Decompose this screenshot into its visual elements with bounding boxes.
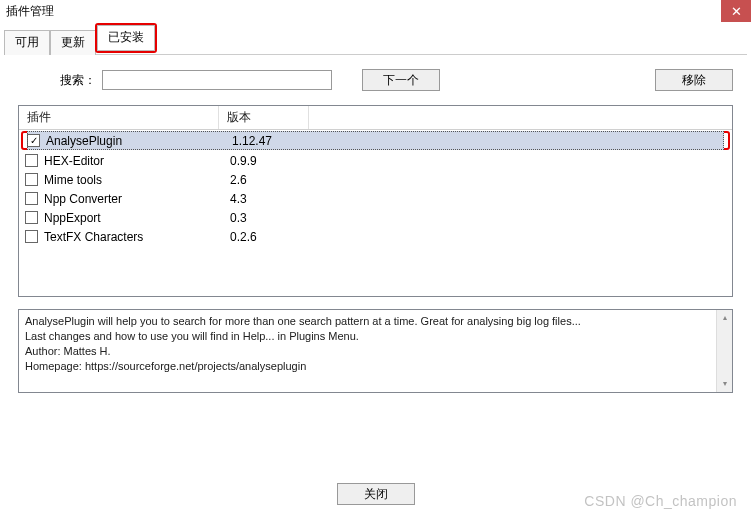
plugin-version: 2.6 — [230, 173, 320, 187]
description-line: AnalysePlugin will help you to search fo… — [25, 314, 726, 329]
search-row: 搜索： 下一个 移除 — [0, 55, 751, 101]
remove-button[interactable]: 移除 — [655, 69, 733, 91]
tabs: 可用 更新 已安装 — [4, 22, 747, 55]
window-title: 插件管理 — [6, 3, 54, 20]
table-row[interactable]: Npp Converter4.3 — [19, 189, 732, 208]
plugin-name: Npp Converter — [44, 192, 230, 206]
tab-available[interactable]: 可用 — [4, 30, 50, 55]
plugin-list: 插件 版本 ✓AnalysePlugin1.12.47HEX-Editor0.9… — [18, 105, 733, 297]
window-close-button[interactable]: ✕ — [721, 0, 751, 22]
titlebar: 插件管理 ✕ — [0, 0, 751, 22]
checkbox[interactable] — [25, 211, 38, 224]
scroll-up-icon[interactable]: ▴ — [717, 310, 733, 326]
plugin-name: Mime tools — [44, 173, 230, 187]
close-icon: ✕ — [731, 4, 742, 19]
checkbox[interactable] — [25, 192, 38, 205]
tab-installed[interactable]: 已安装 — [97, 25, 155, 51]
search-label: 搜索： — [60, 72, 96, 89]
tab-update[interactable]: 更新 — [50, 30, 96, 55]
plugin-version: 0.9.9 — [230, 154, 320, 168]
table-row[interactable]: TextFX Characters0.2.6 — [19, 227, 732, 246]
checkbox[interactable] — [25, 154, 38, 167]
plugin-name: AnalysePlugin — [46, 134, 232, 148]
plugin-name: NppExport — [44, 211, 230, 225]
checkbox[interactable] — [25, 173, 38, 186]
table-row[interactable]: NppExport0.3 — [19, 208, 732, 227]
description-line: Homepage: https://sourceforge.net/projec… — [25, 359, 726, 374]
col-header-version[interactable]: 版本 — [219, 106, 309, 129]
checkbox[interactable]: ✓ — [27, 134, 40, 147]
description-line: Last changes and how to use you will fin… — [25, 329, 726, 344]
table-row[interactable]: ✓AnalysePlugin1.12.47 — [27, 131, 724, 150]
checkbox[interactable] — [25, 230, 38, 243]
description-panel: AnalysePlugin will help you to search fo… — [18, 309, 733, 393]
plugin-name: HEX-Editor — [44, 154, 230, 168]
table-row[interactable]: HEX-Editor0.9.9 — [19, 151, 732, 170]
scrollbar[interactable]: ▴ ▾ — [716, 310, 732, 392]
next-button[interactable]: 下一个 — [362, 69, 440, 91]
bottom-bar: 关闭 — [0, 483, 751, 505]
description-line: Author: Mattes H. — [25, 344, 726, 359]
plugin-version: 4.3 — [230, 192, 320, 206]
scroll-down-icon[interactable]: ▾ — [717, 376, 733, 392]
plugin-version: 0.2.6 — [230, 230, 320, 244]
plugin-version: 0.3 — [230, 211, 320, 225]
plugin-version: 1.12.47 — [232, 134, 322, 148]
plugin-name: TextFX Characters — [44, 230, 230, 244]
table-row[interactable]: Mime tools2.6 — [19, 170, 732, 189]
list-header: 插件 版本 — [19, 106, 732, 130]
close-button[interactable]: 关闭 — [337, 483, 415, 505]
search-input[interactable] — [102, 70, 332, 90]
col-header-plugin[interactable]: 插件 — [19, 106, 219, 129]
